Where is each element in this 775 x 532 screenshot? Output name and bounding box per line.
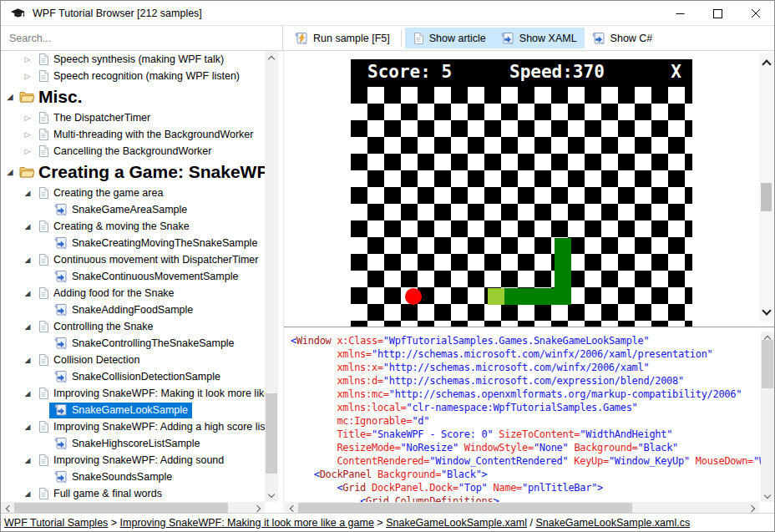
tree-sample[interactable]: SnakeAddingFoodSample xyxy=(1,301,266,318)
expander-collapsed-icon[interactable]: ▷ xyxy=(23,55,33,63)
expander-expanded-icon[interactable]: ◢ xyxy=(23,256,33,264)
tree-sample[interactable]: SnakeControllingTheSnakeSample xyxy=(1,335,266,352)
toolbar-button-label: Show XAML xyxy=(519,33,577,44)
article-vertical-scrollbar[interactable] xyxy=(759,53,773,322)
tree-item-content[interactable]: SnakeContinuousMovementSample xyxy=(49,269,242,285)
scroll-down-arrow[interactable] xyxy=(265,489,278,502)
scroll-down-arrow[interactable] xyxy=(759,303,773,320)
breadcrumb-link[interactable]: WPF Tutorial Samples xyxy=(4,517,108,529)
expander-expanded-icon[interactable]: ◢ xyxy=(23,423,33,431)
scrollbar-thumb[interactable] xyxy=(266,393,277,474)
close-button[interactable] xyxy=(737,1,774,26)
scroll-down-arrow[interactable] xyxy=(761,490,774,502)
expander-expanded-icon[interactable]: ◢ xyxy=(23,489,33,498)
tree-sample[interactable]: SnakeHighscoreListSample xyxy=(1,435,266,452)
tree-item-content[interactable]: The DispatcherTimer xyxy=(33,110,154,126)
tree-article[interactable]: ▷Speech recognition (making WPF listen) xyxy=(1,68,266,84)
tree-item-content[interactable]: Controlling the Snake xyxy=(33,319,158,335)
search-input[interactable] xyxy=(1,26,283,50)
tree-sample[interactable]: SnakeContinuousMovementSample xyxy=(1,268,266,285)
tree-item-content[interactable]: SnakeGameAreaSample xyxy=(49,202,191,218)
breadcrumb-link[interactable]: SnakeGameLookSample.xaml.cs xyxy=(535,517,690,529)
game-close-label: X xyxy=(671,62,681,82)
tree-sample[interactable]: SnakeGameLookSample xyxy=(1,402,266,418)
tree-article[interactable]: ▷Multi-threading with the BackgroundWork… xyxy=(1,126,266,143)
tree-article[interactable]: ▷Cancelling the BackgroundWorker xyxy=(1,143,266,160)
tree-item-content[interactable]: Adding food for the Snake xyxy=(33,286,179,301)
tree-item-content[interactable]: Improving SnakeWPF: Making it look more … xyxy=(33,386,266,402)
tree-article[interactable]: ◢Collision Detection xyxy=(1,352,266,368)
expander-expanded-icon[interactable]: ◢ xyxy=(5,93,15,101)
tree-item-content[interactable]: SnakeSoundsSample xyxy=(49,469,176,485)
tree-article[interactable]: ▷Speech synthesis (making WPF talk) xyxy=(1,51,266,68)
tree-article[interactable]: ◢Full game & final words xyxy=(1,485,266,502)
scrollbar-thumb[interactable] xyxy=(761,183,772,211)
tree-item-content[interactable]: Multi-threading with the BackgroundWorke… xyxy=(33,127,257,143)
show-xaml-button[interactable]: Show XAML xyxy=(494,28,585,48)
breadcrumb-link[interactable]: SnakeGameLookSample.xaml xyxy=(386,517,527,529)
tree-item-content[interactable]: SnakeAddingFoodSample xyxy=(49,302,197,318)
tree-item-content[interactable]: Collision Detection xyxy=(33,352,144,368)
tree-article[interactable]: ◢Creating & moving the Snake xyxy=(1,218,266,235)
minimize-button[interactable] xyxy=(661,1,699,26)
tree-item-content[interactable]: Speech synthesis (making WPF talk) xyxy=(33,52,228,68)
expander-expanded-icon[interactable]: ◢ xyxy=(23,389,33,398)
breadcrumb-link[interactable]: Improving SnakeWPF: Making it look more … xyxy=(120,517,374,529)
expander-expanded-icon[interactable]: ◢ xyxy=(23,322,33,331)
tree-article[interactable]: ◢Improving SnakeWPF: Adding a high score… xyxy=(1,418,266,435)
tree-item-content[interactable]: Creating the game area xyxy=(33,185,167,201)
tree-article[interactable]: ◢Improving SnakeWPF: Adding sound xyxy=(1,452,266,469)
doc-icon xyxy=(38,128,49,141)
tree-item-content[interactable]: Full game & final words xyxy=(33,486,166,502)
tree-item-content[interactable]: Improving SnakeWPF: Adding a high score … xyxy=(33,419,266,435)
tree-item-content[interactable]: Creating a Game: SnakeWPF xyxy=(15,161,266,184)
expander-expanded-icon[interactable]: ◢ xyxy=(23,289,33,297)
code-vertical-scrollbar[interactable] xyxy=(761,332,774,502)
xaml-code-view[interactable]: <Window x:Class="WpfTutorialSamples.Game… xyxy=(284,332,761,502)
show-c-button[interactable]: Show C# xyxy=(585,28,661,48)
tree-article[interactable]: ◢Controlling the Snake xyxy=(1,318,266,335)
expander-expanded-icon[interactable]: ◢ xyxy=(23,189,33,197)
tree-item-content[interactable]: SnakeCollisionDetectionSample xyxy=(49,369,225,385)
tree-category[interactable]: ◢Misc. xyxy=(1,84,266,109)
tree-vertical-scrollbar[interactable] xyxy=(265,51,278,502)
tree-item-content[interactable]: SnakeCreatingMovingTheSnakeSample xyxy=(49,236,261,251)
sample-icon xyxy=(54,337,68,350)
tree-article[interactable]: ◢Continuous movement with DispatcherTime… xyxy=(1,251,266,268)
tree-sample[interactable]: SnakeCollisionDetectionSample xyxy=(1,368,266,385)
scrollbar-thumb[interactable] xyxy=(762,340,773,388)
tree-sample[interactable]: SnakeGameAreaSample xyxy=(1,201,266,218)
tree-item-content[interactable]: Creating & moving the Snake xyxy=(33,219,194,235)
tree-item-content[interactable]: Speech recognition (making WPF listen) xyxy=(33,68,244,84)
expander-expanded-icon[interactable]: ◢ xyxy=(23,222,33,231)
scroll-up-arrow[interactable] xyxy=(759,54,773,71)
tree-sample[interactable]: SnakeCreatingMovingTheSnakeSample xyxy=(1,235,266,251)
tree-item-content[interactable]: Misc. xyxy=(15,86,87,109)
tree-article[interactable]: ◢Adding food for the Snake xyxy=(1,285,266,301)
toolbar-button-label: Show C# xyxy=(610,33,653,44)
expander-expanded-icon[interactable]: ◢ xyxy=(5,168,15,176)
tree-item-content[interactable]: SnakeControllingTheSnakeSample xyxy=(49,336,239,352)
show-article-button[interactable]: Show article xyxy=(405,28,494,48)
tree-item-content[interactable]: Cancelling the BackgroundWorker xyxy=(33,144,215,160)
tree-category[interactable]: ◢Creating a Game: SnakeWPF xyxy=(1,160,266,185)
scroll-up-arrow[interactable] xyxy=(265,51,278,64)
tree-item-content[interactable]: Improving SnakeWPF: Adding sound xyxy=(33,453,228,469)
expander-collapsed-icon[interactable]: ▷ xyxy=(23,130,33,139)
code-line: <Grid.ColumnDefinitions> xyxy=(291,494,761,502)
app-title: WPF Tutorial Browser [212 samples] xyxy=(33,8,202,19)
tree-article[interactable]: ◢Improving SnakeWPF: Making it look more… xyxy=(1,385,266,402)
tree-article[interactable]: ▷The DispatcherTimer xyxy=(1,109,266,126)
tree-article[interactable]: ◢Creating the game area xyxy=(1,185,266,201)
run-sample-f5-button[interactable]: Run sample [F5] xyxy=(287,28,398,48)
expander-collapsed-icon[interactable]: ▷ xyxy=(23,147,33,155)
expander-expanded-icon[interactable]: ◢ xyxy=(23,356,33,364)
expander-expanded-icon[interactable]: ◢ xyxy=(23,456,33,464)
selected-tree-item[interactable]: SnakeGameLookSample xyxy=(49,403,192,418)
maximize-button[interactable] xyxy=(699,1,737,26)
expander-collapsed-icon[interactable]: ▷ xyxy=(23,72,33,80)
tree-item-content[interactable]: Continuous movement with DispatcherTimer xyxy=(33,252,262,268)
expander-collapsed-icon[interactable]: ▷ xyxy=(23,114,33,122)
tree-sample[interactable]: SnakeSoundsSample xyxy=(1,469,266,485)
tree-item-content[interactable]: SnakeHighscoreListSample xyxy=(49,436,205,452)
